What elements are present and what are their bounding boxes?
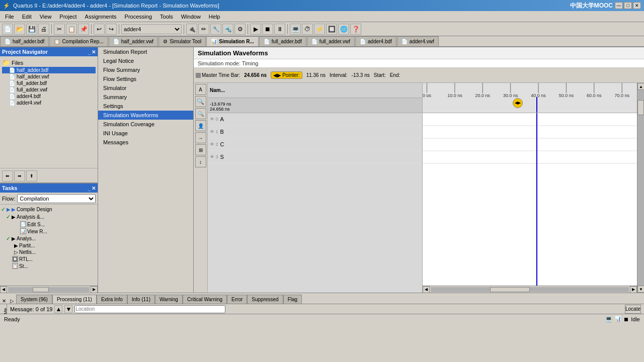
help2-btn[interactable]: ❓ [350, 24, 361, 35]
locate-button[interactable]: Locate [625, 305, 641, 314]
flow-selector[interactable]: Compilation [17, 194, 96, 203]
tab-full-adder-bdf[interactable]: 📄full_adder.bdf [259, 36, 306, 46]
nav-tool-3[interactable]: ⬆ [26, 170, 37, 182]
tab-adder4-vwf[interactable]: 📄adder4.vwf [397, 36, 439, 46]
btm-tab-processing[interactable]: Processing (11) [52, 295, 97, 304]
tab-half-adder-vwf[interactable]: 📄half_adder.vwf [109, 36, 158, 46]
menu-help[interactable]: Help [205, 13, 224, 21]
tab-simulator-tool[interactable]: ⚙Simulator Tool [158, 36, 206, 46]
bottom-x-btn[interactable]: ✕ [0, 298, 8, 304]
wf-snap-btn[interactable]: ↕ [195, 156, 206, 167]
scroll-thumb[interactable] [33, 287, 49, 292]
redo-btn[interactable]: ↪ [106, 24, 117, 35]
v-scroll-thumb[interactable] [637, 100, 644, 115]
wf-scroll-thumb[interactable] [490, 287, 530, 292]
location-input[interactable] [74, 305, 225, 313]
net-btn[interactable]: 🌐 [338, 24, 349, 35]
save-btn[interactable]: 💾 [26, 24, 37, 35]
wf-scroll-right[interactable]: ▶ [630, 286, 637, 293]
msg-down-btn[interactable]: ▼ [64, 305, 72, 313]
tasks-close-btn[interactable]: ✕ [92, 186, 96, 191]
play-btn[interactable]: ▶ [250, 24, 261, 35]
report-item-messages[interactable]: Messages [98, 138, 193, 147]
report-item-summary[interactable]: Summary [98, 93, 193, 102]
v-scroll-down[interactable]: ▼ [637, 286, 644, 293]
tree-item-half-adder-bdf[interactable]: 📄 half_adder.bdf [2, 67, 96, 73]
menu-view[interactable]: View [36, 13, 56, 21]
prog-btn[interactable]: 💻 [290, 24, 301, 35]
pause-btn[interactable]: ⏸ [274, 24, 285, 35]
tab-adder4-bdf[interactable]: 📄adder4.bdf [355, 36, 396, 46]
tab-compilation-rep[interactable]: 📋Compilation Rep... [49, 36, 108, 46]
nav-tool-2[interactable]: ➡ [14, 170, 25, 182]
menu-tools[interactable]: Tools [156, 13, 177, 21]
wf-scroll-left[interactable]: ◀ [423, 286, 430, 293]
report-item-flow-summary[interactable]: Flow Summary [98, 65, 193, 74]
msg-up-btn[interactable]: ▲ [54, 305, 62, 313]
menu-project[interactable]: Project [55, 13, 80, 21]
btm-tab-warning[interactable]: Warning [155, 295, 183, 304]
report-item-simulator[interactable]: Simulator [98, 83, 193, 93]
wf-zoom-out-btn[interactable]: 🔍 [195, 108, 206, 119]
nav-close-btn[interactable]: ✕ [92, 49, 96, 55]
scroll-right-btn[interactable]: ▶ [91, 286, 98, 293]
print-btn[interactable]: 🖨 [38, 24, 49, 35]
bottom-arrow-btn[interactable]: ▷ [8, 298, 16, 304]
fit-btn[interactable]: 🔧 [210, 24, 221, 35]
tab-full-adder-vwf[interactable]: 📄full_adder.vwf [307, 36, 355, 46]
sim-btn[interactable]: ⚙ [234, 24, 246, 35]
nav-minimize-btn[interactable]: _ [88, 49, 91, 55]
wf-zoom-in-btn[interactable]: 🔍 [195, 96, 206, 107]
btm-tab-system[interactable]: System (96) [16, 295, 52, 304]
report-item-simulation-report[interactable]: Simulation Report [98, 47, 193, 56]
btm-tab-critical[interactable]: Critical Warning [183, 295, 227, 304]
btm-tab-flag[interactable]: Flag [283, 295, 302, 304]
close-button[interactable]: ✕ [633, 2, 641, 9]
scroll-left-btn[interactable]: ◀ [0, 286, 7, 293]
wf-cursor-btn[interactable]: 👤 [195, 120, 206, 131]
menu-edit[interactable]: Edit [18, 13, 36, 21]
stop-btn[interactable]: ⏹ [262, 24, 273, 35]
undo-btn[interactable]: ↩ [94, 24, 105, 35]
btm-tab-extra[interactable]: Extra Info [97, 295, 127, 304]
tab-half-adder-bdf[interactable]: 📄half_adder.bdf [0, 36, 49, 46]
tasks-minimize-btn[interactable]: _ [88, 186, 91, 191]
project-selector[interactable]: adder4 [121, 24, 182, 34]
menu-window[interactable]: Window [177, 13, 205, 21]
report-item-settings[interactable]: Settings [98, 102, 193, 111]
tab-simulation-r[interactable]: 📊Simulation R... [206, 36, 258, 46]
tree-item-adder4-bdf[interactable]: 📄 adder4.bdf [2, 93, 96, 100]
maximize-button[interactable]: □ [624, 2, 632, 9]
paste-btn[interactable]: 📌 [78, 24, 89, 35]
menu-file[interactable]: File [1, 13, 18, 21]
tree-item-full-adder-bdf[interactable]: 📄 full_adder.bdf [2, 80, 96, 86]
compile-btn[interactable]: 🔌 [186, 24, 197, 35]
rtl-btn[interactable]: 🔲 [326, 24, 337, 35]
menu-assignments[interactable]: Assignments [81, 13, 121, 21]
new-btn[interactable]: 📄 [2, 24, 13, 35]
report-item-legal[interactable]: Legal Notice [98, 56, 193, 65]
route-btn[interactable]: 🔩 [222, 24, 233, 35]
timing-btn[interactable]: ⏱ [302, 24, 313, 35]
report-item-flow-settings[interactable]: Flow Settings [98, 74, 193, 83]
tree-files-folder[interactable]: 📁 Files [2, 58, 96, 67]
report-item-ini-usage[interactable]: INI Usage [98, 129, 193, 138]
cut-btn[interactable]: ✂ [54, 24, 65, 35]
wf-grid-btn[interactable]: ⊞ [195, 144, 206, 155]
btm-tab-error[interactable]: Error [227, 295, 247, 304]
report-item-sim-coverage[interactable]: Simulation Coverage [98, 120, 193, 129]
pow-btn[interactable]: ⚡ [314, 24, 325, 35]
tree-item-full-adder-vwf[interactable]: 📄 full_adder.vwf [2, 86, 96, 93]
wf-select-btn[interactable]: A [195, 84, 206, 95]
btm-tab-suppressed[interactable]: Suppressed [247, 295, 283, 304]
analyze-btn[interactable]: ✏ [198, 24, 209, 35]
menu-processing[interactable]: Processing [121, 13, 156, 21]
report-item-sim-waveforms[interactable]: Simulation Waveforms [98, 111, 193, 120]
open-btn[interactable]: 📂 [14, 24, 25, 35]
tree-item-adder4-vwf[interactable]: 📄 adder4.vwf [2, 100, 96, 106]
btm-tab-info[interactable]: Info (11) [127, 295, 155, 304]
copy-btn[interactable]: 📋 [66, 24, 77, 35]
v-scroll-up[interactable]: ▲ [637, 83, 644, 90]
minimize-button[interactable]: — [615, 2, 623, 9]
wf-arrow-btn[interactable]: → [195, 132, 206, 143]
